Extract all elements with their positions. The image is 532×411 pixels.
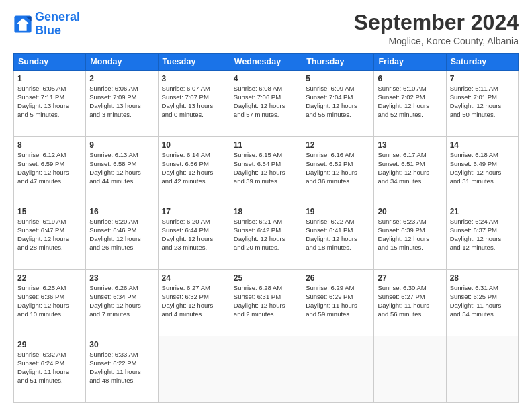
cell-4-5: 26Sunrise: 6:29 AMSunset: 6:29 PMDayligh… [302, 270, 374, 336]
day-info-line: Sunset: 6:34 PM [89, 293, 154, 302]
cell-4-1: 22Sunrise: 6:25 AMSunset: 6:36 PMDayligh… [14, 270, 86, 336]
day-number: 23 [89, 273, 154, 283]
day-number: 4 [234, 73, 298, 84]
day-info-line: Sunset: 7:06 PM [234, 93, 298, 102]
day-info-line: Sunrise: 6:06 AM [89, 85, 154, 93]
day-info-line: Sunset: 6:37 PM [450, 226, 515, 235]
logo-line1: General [35, 10, 80, 24]
day-info-line: Daylight: 11 hours [378, 302, 442, 310]
day-info-line: Sunrise: 6:25 AM [17, 284, 82, 293]
day-info-line: and 56 minutes. [378, 310, 442, 319]
day-info-line: Sunrise: 6:23 AM [378, 218, 442, 226]
header: General Blue September 2024 Moglice, Kor… [13, 11, 519, 46]
col-header-monday: Monday [86, 54, 158, 71]
day-info-line: Daylight: 11 hours [17, 368, 82, 377]
cell-3-1: 15Sunrise: 6:19 AMSunset: 6:47 PMDayligh… [14, 203, 86, 270]
cell-1-4: 4Sunrise: 6:08 AMSunset: 7:06 PMDaylight… [230, 71, 302, 137]
day-info-line: and 31 minutes. [450, 177, 515, 186]
day-info-line: Sunrise: 6:26 AM [89, 284, 154, 293]
day-info-line: and 47 minutes. [17, 177, 82, 186]
day-info-line: Sunrise: 6:10 AM [378, 85, 442, 93]
day-info-line: and 7 minutes. [89, 310, 154, 319]
logo-icon [13, 15, 32, 34]
day-info-line: Daylight: 13 hours [89, 102, 154, 111]
day-info-line: Sunset: 6:56 PM [162, 160, 226, 169]
day-info-line: Sunset: 6:41 PM [306, 226, 370, 235]
day-info-line: Sunrise: 6:19 AM [17, 218, 82, 226]
week-row-4: 22Sunrise: 6:25 AMSunset: 6:36 PMDayligh… [14, 270, 519, 336]
day-info-line: and 5 minutes. [17, 111, 82, 120]
day-number: 14 [450, 140, 515, 150]
day-info-line: Sunrise: 6:11 AM [450, 85, 515, 93]
cell-1-3: 3Sunrise: 6:07 AMSunset: 7:07 PMDaylight… [158, 71, 230, 137]
col-header-sunday: Sunday [14, 54, 86, 71]
cell-2-4: 11Sunrise: 6:15 AMSunset: 6:54 PMDayligh… [230, 137, 302, 203]
day-info-line: and 50 minutes. [450, 111, 515, 120]
day-info-line: Daylight: 12 hours [162, 302, 226, 310]
day-info-line: Daylight: 12 hours [306, 102, 370, 111]
day-number: 11 [234, 140, 298, 150]
day-info-line: Sunset: 6:25 PM [450, 293, 515, 302]
day-info-line: Sunset: 6:58 PM [89, 160, 154, 169]
day-number: 3 [162, 73, 226, 84]
day-info-line: Sunrise: 6:31 AM [450, 284, 515, 293]
day-number: 1 [17, 73, 82, 84]
day-info-line: Sunset: 6:36 PM [17, 293, 82, 302]
day-info-line: Daylight: 11 hours [306, 302, 370, 310]
col-header-tuesday: Tuesday [158, 54, 230, 71]
day-info-line: Sunrise: 6:32 AM [17, 351, 82, 359]
day-number: 15 [17, 206, 82, 217]
day-info-line: Sunrise: 6:16 AM [306, 151, 370, 160]
day-number: 5 [306, 73, 370, 84]
day-info-line: Daylight: 12 hours [17, 235, 82, 244]
day-info-line: and 0 minutes. [162, 111, 226, 120]
day-info-line: Sunset: 6:59 PM [17, 160, 82, 169]
day-info-line: Sunset: 7:11 PM [17, 93, 82, 102]
day-info-line: and 26 minutes. [89, 244, 154, 253]
cell-5-6 [374, 336, 446, 403]
day-info-line: Sunset: 6:31 PM [234, 293, 298, 302]
day-info-line: and 4 minutes. [162, 310, 226, 319]
day-info-line: Sunrise: 6:07 AM [162, 85, 226, 93]
cell-3-7: 21Sunrise: 6:24 AMSunset: 6:37 PMDayligh… [446, 203, 518, 270]
day-info-line: Daylight: 12 hours [378, 102, 442, 111]
cell-5-5 [302, 336, 374, 403]
cell-1-5: 5Sunrise: 6:09 AMSunset: 7:04 PMDaylight… [302, 71, 374, 137]
col-header-saturday: Saturday [446, 54, 518, 71]
day-info-line: Daylight: 12 hours [89, 302, 154, 310]
day-info-line: Sunrise: 6:17 AM [378, 151, 442, 160]
day-number: 26 [306, 273, 370, 283]
day-info-line: Sunset: 6:24 PM [17, 359, 82, 368]
day-info-line: Daylight: 12 hours [162, 235, 226, 244]
day-info-line: Sunrise: 6:24 AM [450, 218, 515, 226]
day-info-line: Sunset: 7:04 PM [306, 93, 370, 102]
day-info-line: Daylight: 13 hours [162, 102, 226, 111]
day-number: 6 [378, 73, 442, 84]
day-info-line: Sunrise: 6:13 AM [89, 151, 154, 160]
day-info-line: Sunrise: 6:20 AM [162, 218, 226, 226]
day-info-line: and 48 minutes. [89, 377, 154, 385]
day-info-line: Sunset: 6:47 PM [17, 226, 82, 235]
page: General Blue September 2024 Moglice, Kor… [0, 0, 532, 411]
day-info-line: and 52 minutes. [378, 111, 442, 120]
day-info-line: Sunset: 6:39 PM [378, 226, 442, 235]
cell-3-2: 16Sunrise: 6:20 AMSunset: 6:46 PMDayligh… [86, 203, 158, 270]
day-info-line: and 59 minutes. [306, 310, 370, 319]
day-info-line: Sunset: 6:44 PM [162, 226, 226, 235]
day-info-line: Daylight: 12 hours [17, 169, 82, 177]
cell-5-7 [446, 336, 518, 403]
day-info-line: Sunrise: 6:30 AM [378, 284, 442, 293]
day-info-line: Daylight: 12 hours [378, 169, 442, 177]
day-info-line: Sunrise: 6:33 AM [89, 351, 154, 359]
day-info-line: and 51 minutes. [17, 377, 82, 385]
cell-2-7: 14Sunrise: 6:18 AMSunset: 6:49 PMDayligh… [446, 137, 518, 203]
day-info-line: Daylight: 12 hours [450, 169, 515, 177]
week-row-2: 8Sunrise: 6:12 AMSunset: 6:59 PMDaylight… [14, 137, 519, 203]
week-row-5: 29Sunrise: 6:32 AMSunset: 6:24 PMDayligh… [14, 336, 519, 403]
day-info-line: Sunset: 6:51 PM [378, 160, 442, 169]
day-number: 7 [450, 73, 515, 84]
cell-5-2: 30Sunrise: 6:33 AMSunset: 6:22 PMDayligh… [86, 336, 158, 403]
day-number: 21 [450, 206, 515, 217]
location: Moglice, Korce County, Albania [354, 36, 519, 46]
day-info-line: Sunset: 6:22 PM [89, 359, 154, 368]
